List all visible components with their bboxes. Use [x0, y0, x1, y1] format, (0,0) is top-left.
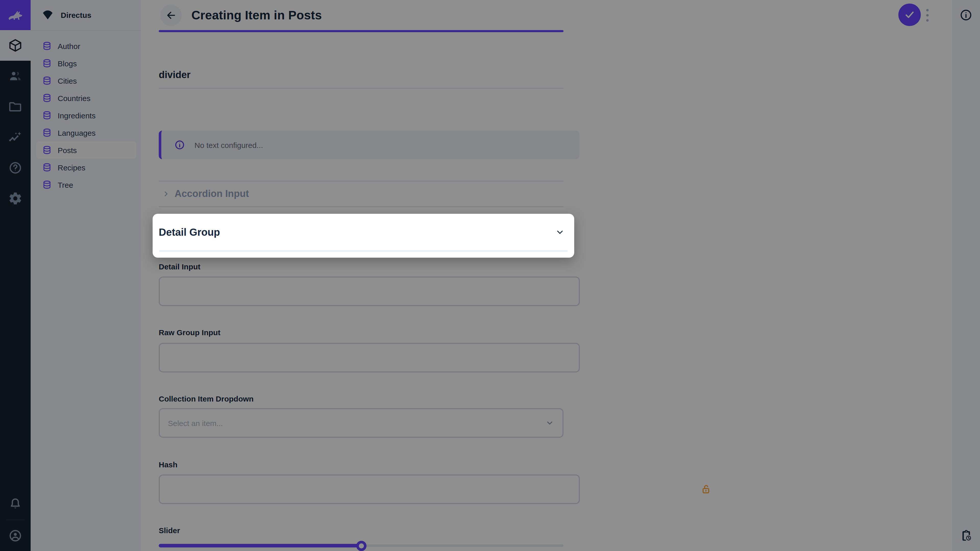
dim-overlay	[0, 0, 980, 551]
detail-group-card: Detail Group	[153, 214, 574, 258]
chevron-down-icon	[555, 227, 565, 237]
detail-group-rule	[159, 251, 568, 251]
detail-group-toggle[interactable]: Detail Group	[153, 214, 574, 251]
app-window: Directus Author Blogs Cities Countries I…	[0, 0, 980, 551]
detail-group-title: Detail Group	[159, 226, 220, 238]
